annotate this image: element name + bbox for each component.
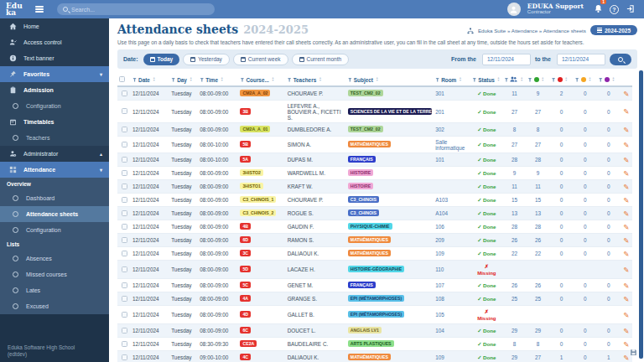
sidebar-item-absences[interactable]: Absences [0, 251, 109, 266]
to-date-input[interactable]: 12/11/2024 [557, 54, 605, 65]
eduka-logo[interactable]: Edu ka [0, 3, 30, 16]
edit-row-button[interactable]: ✎ [623, 282, 629, 290]
filter-button-current-month[interactable]: Current month [292, 54, 350, 65]
sort-arrows-icon[interactable]: ▲▼ [612, 77, 615, 82]
filter-funnel-icon[interactable] [528, 78, 532, 82]
column-header-status[interactable]: Status▲▼ [470, 74, 502, 86]
search-input[interactable] [71, 7, 209, 13]
edit-row-button[interactable]: ✎ [623, 266, 629, 274]
column-header-dot-11[interactable]: ▲▼ [574, 74, 597, 86]
column-header-students[interactable]: ▲▼ [502, 74, 526, 86]
sidebar-item-administrator[interactable]: Administrator▴ [0, 146, 109, 162]
vertical-scrollbar[interactable] [639, 70, 643, 359]
sidebar-item-dashboard[interactable]: Dashboard [0, 190, 109, 206]
sort-arrows-icon[interactable]: ▲▼ [542, 77, 544, 82]
row-checkbox[interactable] [122, 127, 127, 132]
filter-button-today[interactable]: Today [143, 54, 180, 65]
filter-funnel-icon[interactable] [552, 78, 556, 82]
from-date-input[interactable]: 12/11/2024 [482, 54, 531, 65]
edit-row-button[interactable]: ✎ [623, 327, 629, 335]
row-checkbox[interactable] [122, 251, 127, 256]
column-header-teachers[interactable]: Teachers▲▼ [286, 74, 346, 86]
column-header-dot-9[interactable]: ▲▼ [527, 74, 550, 86]
column-header-date[interactable]: Date▲▼ [131, 74, 169, 86]
sort-arrows-icon[interactable]: ▲▼ [221, 77, 223, 82]
row-checkbox[interactable] [122, 296, 127, 302]
filter-funnel-icon[interactable] [240, 78, 244, 82]
filter-funnel-icon[interactable] [575, 78, 579, 82]
floppy-save-button[interactable] [630, 344, 637, 359]
row-checkbox[interactable] [122, 142, 127, 147]
edit-row-button[interactable]: ✎ [623, 250, 629, 258]
sidebar-item-excused[interactable]: Excused [0, 298, 109, 314]
column-header-day[interactable]: Day▲▼ [169, 74, 198, 86]
avatar[interactable] [507, 3, 521, 16]
row-checkbox[interactable] [122, 197, 127, 203]
row-checkbox[interactable] [122, 237, 127, 243]
edit-row-button[interactable]: ✎ [623, 196, 629, 204]
column-header-course-[interactable]: Course...▲▼ [238, 74, 285, 86]
logout-button[interactable] [626, 2, 636, 17]
notifications-button[interactable]: 1 [594, 2, 603, 17]
select-all-header[interactable] [117, 74, 131, 86]
sort-arrows-icon[interactable]: ▲▼ [565, 77, 568, 82]
edit-row-button[interactable]: ✎ [623, 295, 629, 303]
row-checkbox[interactable] [122, 328, 127, 334]
column-header-dot-12[interactable]: ▲▼ [597, 74, 621, 86]
filter-button-current-week[interactable]: Current week [233, 54, 288, 65]
filter-funnel-icon[interactable] [132, 78, 137, 82]
sidebar-item-text-banner[interactable]: Text banner [0, 50, 109, 66]
filter-button-yesterday[interactable]: Yesterday [183, 54, 230, 65]
user-menu[interactable]: EDUKA Support Contractor [527, 3, 584, 15]
menu-hamburger-icon[interactable] [35, 6, 44, 13]
filter-funnel-icon[interactable] [348, 78, 352, 82]
sidebar-item-admission[interactable]: Admission [0, 82, 109, 98]
edit-row-button[interactable]: ✎ [623, 354, 629, 362]
edit-row-button[interactable]: ✎ [623, 156, 629, 164]
row-checkbox[interactable] [122, 354, 127, 360]
sidebar-item-missed-courses[interactable]: Missed courses [0, 266, 109, 282]
global-search[interactable] [57, 3, 215, 15]
apply-filter-button[interactable] [610, 54, 631, 65]
row-checkbox[interactable] [122, 312, 127, 318]
sidebar-item-timetables[interactable]: Timetables [0, 114, 109, 130]
column-header-time[interactable]: Time▲▼ [198, 74, 238, 86]
edit-row-button[interactable]: ✎ [623, 183, 629, 191]
filter-funnel-icon[interactable] [171, 78, 175, 82]
sidebar-item-home[interactable]: Home [0, 18, 109, 34]
filter-funnel-icon[interactable] [288, 78, 292, 82]
help-button[interactable]: ? [610, 5, 619, 14]
sidebar-item-lates[interactable]: Lates [0, 282, 109, 298]
sidebar-item-attendance[interactable]: Attendance▾ [0, 162, 109, 178]
column-header-dot-10[interactable]: ▲▼ [550, 74, 574, 86]
select-all-checkbox[interactable] [119, 76, 125, 82]
row-checkbox[interactable] [122, 157, 127, 163]
row-checkbox[interactable] [122, 341, 127, 347]
sidebar-item-configuration[interactable]: Configuration [0, 222, 109, 238]
edit-row-button[interactable]: ✎ [623, 126, 629, 134]
row-checkbox[interactable] [122, 170, 127, 176]
row-checkbox[interactable] [122, 108, 127, 114]
edit-row-button[interactable]: ✎ [623, 141, 629, 149]
edit-row-button[interactable]: ✎ [623, 169, 629, 178]
sort-arrows-icon[interactable]: ▲▼ [520, 77, 522, 82]
sort-arrows-icon[interactable]: ▲▼ [272, 77, 274, 82]
edit-row-button[interactable]: ✎ [623, 236, 629, 245]
sort-arrows-icon[interactable]: ▲▼ [459, 77, 461, 82]
school-year-selector[interactable]: 2024-2025 [590, 25, 637, 35]
column-header-room[interactable]: Room▲▼ [434, 74, 470, 86]
row-checkbox[interactable] [122, 184, 127, 189]
edit-row-button[interactable]: ✎ [623, 340, 629, 349]
edit-row-button[interactable]: ✎ [623, 311, 629, 319]
row-checkbox[interactable] [122, 224, 127, 230]
filter-funnel-icon[interactable] [599, 78, 603, 82]
row-checkbox[interactable] [122, 210, 127, 216]
sort-arrows-icon[interactable]: ▲▼ [589, 77, 591, 82]
sort-arrows-icon[interactable]: ▲▼ [153, 77, 155, 82]
filter-funnel-icon[interactable] [504, 78, 508, 82]
column-header-subject[interactable]: Subject▲▼ [346, 74, 434, 86]
filter-funnel-icon[interactable] [472, 78, 476, 82]
sort-arrows-icon[interactable]: ▲▼ [497, 77, 500, 82]
sidebar-item-attendance-sheets[interactable]: Attendance sheets [0, 206, 109, 222]
sidebar-item-teachers[interactable]: Teachers [0, 130, 109, 146]
